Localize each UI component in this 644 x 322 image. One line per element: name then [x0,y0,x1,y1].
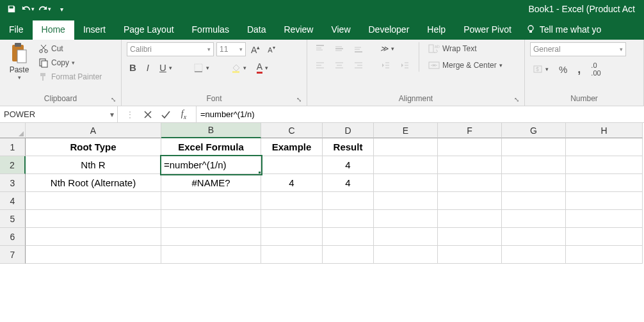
merge-center-button[interactable]: Merge & Center ▾ [426,59,505,72]
cell-F5[interactable] [438,210,502,228]
align-left-button[interactable] [312,59,328,72]
cell-B2[interactable]: =number^(1/n) [161,156,261,174]
copy-button[interactable]: Copy ▾ [36,56,104,69]
column-header-G[interactable]: G [502,123,566,138]
cell-H6[interactable] [566,228,643,246]
cell-D2[interactable]: 4 [323,156,374,174]
font-launcher[interactable]: ⤡ [295,95,303,103]
column-header-A[interactable]: A [26,123,161,138]
row-header-3[interactable]: 3 [0,174,26,192]
cell-C2[interactable] [261,156,323,174]
column-header-C[interactable]: C [261,123,323,138]
tab-data[interactable]: Data [238,20,275,40]
column-header-D[interactable]: D [323,123,374,138]
cell-E6[interactable] [374,228,438,246]
clipboard-launcher[interactable]: ⤡ [109,95,117,103]
cell-B3[interactable]: #NAME? [161,174,261,192]
cell-D1[interactable]: Result [323,138,374,156]
tab-insert[interactable]: Insert [74,20,115,40]
wrap-text-button[interactable]: ab Wrap Text [426,42,505,55]
cell-A3[interactable]: Nth Root (Alternate) [26,174,161,192]
align-middle-button[interactable] [332,42,347,55]
font-name-combo[interactable]: Calibri▾ [127,42,214,56]
cell-G7[interactable] [502,246,566,264]
align-center-button[interactable] [332,59,347,72]
cell-B4[interactable] [161,192,261,210]
cell-C4[interactable] [261,192,323,210]
save-button[interactable] [4,2,19,16]
cell-C7[interactable] [261,246,323,264]
cell-E3[interactable] [374,174,438,192]
cell-G5[interactable] [502,210,566,228]
alignment-launcher[interactable]: ⤡ [513,95,520,103]
cell-B1[interactable]: Excel Formula [161,138,261,156]
tab-page-layout[interactable]: Page Layout [115,20,183,40]
cell-B5[interactable] [161,210,261,228]
select-all-cells[interactable] [0,123,26,138]
cell-F2[interactable] [438,156,502,174]
insert-function-button[interactable]: fx [177,108,191,121]
align-top-button[interactable] [312,42,328,55]
cell-A1[interactable]: Root Type [26,138,161,156]
decrease-indent-button[interactable] [378,59,393,72]
tab-developer[interactable]: Developer [360,20,419,40]
name-box-dropdown[interactable]: ▾ [107,110,117,119]
accounting-format-button[interactable]: $▾ [530,60,551,78]
tell-me-search[interactable]: Tell me what yo [526,24,601,40]
cell-D3[interactable]: 4 [323,174,374,192]
cell-B7[interactable] [161,246,261,264]
cell-E7[interactable] [374,246,438,264]
cell-D6[interactable] [323,228,374,246]
cell-A7[interactable] [26,246,161,264]
row-header-7[interactable]: 7 [0,246,26,264]
cell-E1[interactable] [374,138,438,156]
column-header-E[interactable]: E [374,123,438,138]
cell-A2[interactable]: Nth R [26,156,161,174]
tab-review[interactable]: Review [275,20,323,40]
bold-button[interactable]: B [127,61,139,74]
cell-G6[interactable] [502,228,566,246]
cell-D7[interactable] [323,246,374,264]
fill-color-button[interactable]: ▾ [228,61,249,74]
undo-button[interactable]: ▾ [20,2,36,16]
cell-H4[interactable] [566,192,643,210]
font-color-button[interactable]: A▾ [254,60,271,75]
borders-button[interactable]: ▾ [191,61,212,74]
cell-F7[interactable] [438,246,502,264]
cell-A6[interactable] [26,228,161,246]
cell-E2[interactable] [374,156,438,174]
column-header-B[interactable]: B [161,123,261,138]
cell-G1[interactable] [502,138,566,156]
cell-F6[interactable] [438,228,502,246]
cell-H3[interactable] [566,174,643,192]
cell-H2[interactable] [566,156,643,174]
column-header-F[interactable]: F [438,123,502,138]
cell-F1[interactable] [438,138,502,156]
row-header-4[interactable]: 4 [0,192,26,210]
cell-G4[interactable] [502,192,566,210]
column-header-H[interactable]: H [566,123,643,138]
number-format-combo[interactable]: General▾ [530,42,626,56]
cell-B6[interactable] [161,228,261,246]
worksheet-grid[interactable]: ABCDEFGH 1234567 Root TypeExcel FormulaE… [0,123,644,322]
name-box-input[interactable] [0,109,107,119]
tab-help[interactable]: Help [418,20,455,40]
percent-button[interactable]: % [556,60,570,78]
cell-C6[interactable] [261,228,323,246]
enter-formula-button[interactable] [159,108,173,121]
orientation-button[interactable]: ≫▾ [378,42,397,55]
cancel-formula-button[interactable] [141,108,155,121]
cut-button[interactable]: Cut [36,42,104,55]
align-right-button[interactable] [351,59,366,72]
row-header-2[interactable]: 2 [0,156,26,174]
cell-G2[interactable] [502,156,566,174]
cell-F3[interactable] [438,174,502,192]
name-box[interactable]: ▾ [0,106,118,122]
align-bottom-button[interactable] [351,42,366,55]
cell-C1[interactable]: Example [261,138,323,156]
paste-button[interactable]: Paste ▾ [5,42,33,81]
formula-bar-input[interactable] [197,109,644,119]
cell-A5[interactable] [26,210,161,228]
row-header-6[interactable]: 6 [0,228,26,246]
decrease-font-button[interactable]: A▾ [265,44,277,55]
